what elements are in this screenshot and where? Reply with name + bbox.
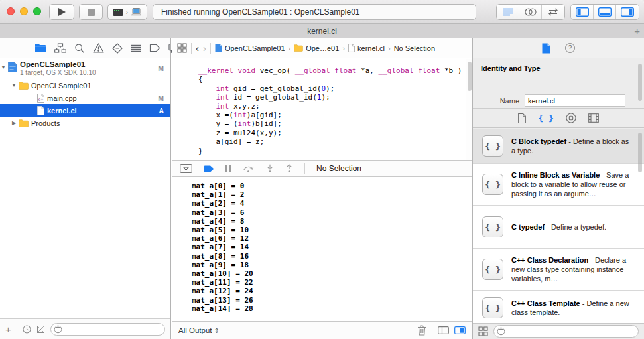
forward-button[interactable]: › <box>203 43 206 53</box>
version-editor-button[interactable] <box>542 5 564 19</box>
pause-button[interactable] <box>225 165 231 172</box>
recent-files-clock-icon[interactable] <box>23 325 31 334</box>
editor-pane: ‹ › OpenCLSample01 › Ope…e01 › kernel.cl <box>172 38 472 339</box>
close-button[interactable] <box>7 7 15 15</box>
breakpoints-toggle-button[interactable] <box>204 165 214 172</box>
tree-row-products[interactable]: ▶ Products <box>0 117 170 129</box>
step-out-button[interactable] <box>285 164 293 173</box>
issue-navigator-tab[interactable] <box>93 43 104 54</box>
navigator-filter-bar: + <box>0 318 170 339</box>
standard-editor-icon <box>503 8 513 16</box>
show-console-view-button[interactable] <box>454 326 466 334</box>
breadcrumb-project[interactable]: OpenCLSample01 <box>215 44 285 52</box>
test-navigator-tab[interactable] <box>112 43 123 54</box>
file-inspector-tab[interactable] <box>542 43 550 54</box>
tree-row-main-cpp[interactable]: c+ main.cpp M <box>0 92 170 104</box>
navigator-filter-field[interactable] <box>50 323 165 336</box>
run-button[interactable] <box>49 4 74 20</box>
tab-kernel-cl[interactable]: kernel.cl <box>0 27 644 36</box>
project-name: OpenCLSample01 <box>20 60 85 68</box>
debug-selection-label: No Selection <box>316 164 361 173</box>
tree-row-kernel-cl[interactable]: kernel.cl A <box>0 104 170 117</box>
name-field[interactable] <box>525 94 625 107</box>
toggle-navigator-button[interactable] <box>571 5 594 19</box>
status-text: Finished running OpenCLSample01 : OpenCL… <box>161 7 360 17</box>
source-editor[interactable]: __kernel void vec_op( __global float *a,… <box>172 59 472 160</box>
snippet-item[interactable]: { } C Inline Block as Variable - Save a … <box>473 164 644 206</box>
assistant-editor-button[interactable] <box>519 5 542 19</box>
disclosure-open-icon[interactable]: ▼ <box>0 64 7 70</box>
disclosure-closed-icon[interactable]: ▶ <box>11 120 17 126</box>
scm-badge: A <box>159 107 164 115</box>
object-library-tab[interactable] <box>566 113 576 123</box>
disclosure-open-icon[interactable]: ▼ <box>11 82 17 88</box>
symbol-navigator-tab[interactable] <box>54 43 66 54</box>
library-selector-bar: { } <box>473 108 644 128</box>
inspector-scrollbar-handle[interactable] <box>638 64 642 101</box>
clear-console-trash-button[interactable] <box>417 325 426 336</box>
cpp-file-icon: c+ <box>37 94 44 103</box>
new-tab-button[interactable]: + <box>634 25 640 36</box>
library-filter-field[interactable] <box>493 325 639 338</box>
snippets-grid-view-button[interactable] <box>478 326 488 336</box>
quick-help-inspector-tab[interactable]: ? <box>565 43 575 53</box>
search-navigator-tab[interactable] <box>74 43 85 54</box>
file-template-library-tab[interactable] <box>518 113 526 123</box>
scheme-selector[interactable]: › <box>107 4 147 20</box>
breakpoint-navigator-tab[interactable] <box>149 43 161 54</box>
add-button[interactable]: + <box>5 324 11 335</box>
library-scrollbar-handle[interactable] <box>638 133 642 172</box>
scm-status-filter-icon[interactable] <box>36 325 45 334</box>
toggle-utilities-button[interactable] <box>616 5 639 19</box>
breakpoint-tag-icon <box>149 44 161 52</box>
snippet-item[interactable]: { } C Block typedef - Define a block as … <box>473 129 644 164</box>
console-output[interactable]: mat_a[0] = 0 mat_a[1] = 2 mat_a[2] = 4 m… <box>172 177 472 322</box>
toggle-debug-area-button[interactable] <box>594 5 616 19</box>
snippet-item[interactable]: { } C++ Class Declaration - Declare a ne… <box>473 249 644 291</box>
project-file-icon <box>215 44 222 52</box>
navigator-pane: ▼ OpenCLSample01 1 target, OS X SDK 10.1… <box>0 38 171 339</box>
breadcrumb-file[interactable]: kernel.cl <box>348 44 385 52</box>
media-library-tab[interactable] <box>588 113 599 123</box>
gauge-lines-icon <box>131 44 141 53</box>
editor-scrollbar[interactable] <box>466 59 472 160</box>
jump-bar: ‹ › OpenCLSample01 › Ope…e01 › kernel.cl <box>172 38 472 58</box>
version-editor-icon <box>547 8 560 16</box>
related-items-grid-icon[interactable] <box>177 43 187 53</box>
hide-debug-area-button[interactable] <box>180 164 192 173</box>
scrollbar-handle[interactable] <box>468 62 472 91</box>
tree-row-project[interactable]: ▼ OpenCLSample01 1 target, OS X SDK 10.1… <box>0 59 170 79</box>
scm-badge: M <box>158 94 164 102</box>
show-variables-view-button[interactable] <box>438 326 449 334</box>
braces-icon: { } <box>482 259 503 280</box>
file-name: main.cpp <box>47 94 77 102</box>
code-block: __kernel void vec_op( __global float *a,… <box>172 59 472 155</box>
chevron-right-icon: › <box>126 9 128 16</box>
breadcrumb-selection[interactable]: No Selection <box>394 44 435 52</box>
back-button[interactable]: ‹ <box>196 43 199 53</box>
snippet-item[interactable]: { } C typedef - Define a typedef. <box>473 206 644 249</box>
folder-icon <box>19 119 29 127</box>
diamond-icon <box>112 43 123 54</box>
search-icon <box>74 43 85 54</box>
tree-row-group[interactable]: ▼ OpenCLSample01 <box>0 79 170 92</box>
activity-status: Finished running OpenCLSample01 : OpenCL… <box>153 4 476 20</box>
debug-navigator-tab[interactable] <box>131 43 141 54</box>
stop-button[interactable] <box>79 4 103 20</box>
minimize-button[interactable] <box>20 7 28 15</box>
project-navigator-tab[interactable] <box>34 43 46 54</box>
standard-editor-button[interactable] <box>497 5 519 19</box>
step-over-button[interactable] <box>243 165 255 173</box>
zoom-button[interactable] <box>33 7 41 15</box>
warning-triangle-icon <box>93 43 104 53</box>
braces-icon: { } <box>482 174 503 195</box>
output-filter-popup[interactable]: All Output ⇕ <box>178 326 220 334</box>
play-icon <box>58 8 66 16</box>
project-file-icon <box>8 62 17 72</box>
assistant-editor-icon <box>525 8 537 16</box>
snippet-item[interactable]: { } C++ Class Template - Define a new cl… <box>473 291 644 323</box>
code-snippet-library-tab[interactable]: { } <box>538 113 553 123</box>
breadcrumb-group[interactable]: Ope…e01 <box>294 44 339 52</box>
navigator-selector-bar <box>0 38 170 58</box>
step-into-button[interactable] <box>266 164 274 173</box>
